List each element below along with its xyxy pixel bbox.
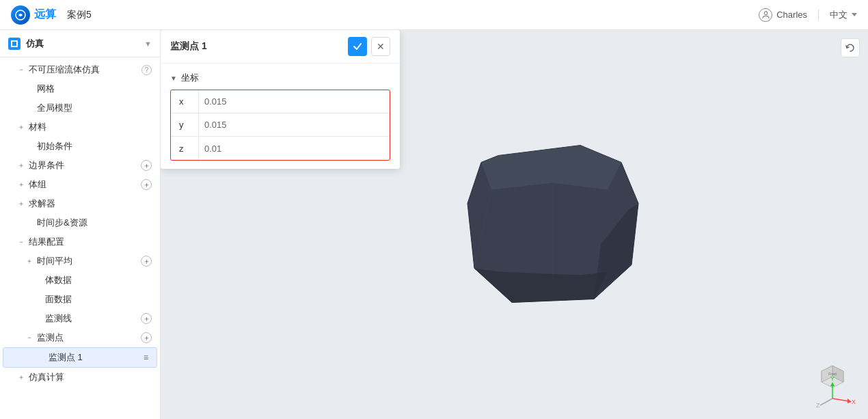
add-body-group-button[interactable]: ＋ bbox=[141, 179, 152, 190]
tree-item-incompressible[interactable]: － 不可压缩流体仿真 ? bbox=[0, 60, 160, 79]
coord-label-x: x bbox=[171, 96, 198, 107]
add-monitor-line-button[interactable]: ＋ bbox=[141, 313, 152, 324]
info-icon[interactable]: ? bbox=[141, 65, 152, 75]
expand-icon: ＋ bbox=[16, 373, 26, 382]
panel-title: 监测点 1 bbox=[170, 40, 207, 53]
monitor-panel: 监测点 1 ✕ ▼ 坐标 bbox=[161, 30, 400, 169]
expand-spacer bbox=[25, 218, 34, 228]
lang-selector[interactable]: 中文 bbox=[830, 9, 857, 21]
tree-item-global-model[interactable]: 全局模型 bbox=[0, 98, 160, 118]
logo[interactable]: 远算 bbox=[11, 5, 56, 25]
item-label: 监测点 1 bbox=[49, 351, 144, 364]
item-label: 材料 bbox=[29, 121, 152, 133]
item-label: 边界条件 bbox=[29, 159, 141, 172]
sidebar-title: 仿真 bbox=[26, 38, 44, 50]
coord-row-y: y 0.015 bbox=[171, 113, 390, 137]
item-label: 体组 bbox=[29, 178, 141, 191]
tree-item-result-config[interactable]: － 结果配置 bbox=[0, 232, 160, 252]
expand-icon: － bbox=[25, 333, 34, 342]
viewport-controls bbox=[841, 38, 860, 57]
user-section[interactable]: Charles bbox=[759, 8, 807, 22]
coordinates-table: x 0.015 y 0.015 z 0.01 bbox=[170, 90, 390, 161]
add-time-avg-button[interactable]: ＋ bbox=[141, 256, 152, 267]
tree-item-material[interactable]: ＋ 材料 bbox=[0, 118, 160, 137]
sim-icon-inner bbox=[11, 40, 18, 47]
panel-header: 监测点 1 ✕ bbox=[161, 30, 400, 64]
expand-spacer bbox=[33, 314, 42, 323]
axis-indicator: Front Y Z X bbox=[808, 359, 857, 408]
item-label: 仿真计算 bbox=[29, 371, 152, 383]
section-header: ▼ 坐标 bbox=[170, 72, 390, 84]
svg-line-15 bbox=[820, 398, 832, 405]
tree-item-timestep[interactable]: 时间步&资源 bbox=[0, 213, 160, 232]
tree-item-solver[interactable]: ＋ 求解器 bbox=[0, 194, 160, 213]
main-layout: 仿真 ▼ － 不可压缩流体仿真 ? 网格 全局模型 ＋ bbox=[0, 30, 868, 419]
item-label: 全局模型 bbox=[37, 102, 152, 114]
item-label: 体数据 bbox=[45, 274, 152, 286]
navigation-tree: － 不可压缩流体仿真 ? 网格 全局模型 ＋ 材料 初始条件 bbox=[0, 57, 160, 419]
expand-spacer bbox=[36, 353, 46, 362]
tree-item-mesh[interactable]: 网格 bbox=[0, 79, 160, 98]
expand-icon: ＋ bbox=[16, 180, 26, 189]
panel-actions: ✕ bbox=[348, 37, 390, 56]
tree-item-monitor-point-1[interactable]: 监测点 1 ≡ bbox=[3, 347, 157, 368]
item-label: 面数据 bbox=[45, 293, 152, 306]
user-icon bbox=[759, 8, 772, 22]
3d-viewport[interactable]: 监测点 1 ✕ ▼ 坐标 bbox=[161, 30, 868, 419]
coord-row-z: z 0.01 bbox=[171, 137, 390, 160]
tree-item-volume-data[interactable]: 体数据 bbox=[0, 271, 160, 290]
section-chevron-icon: ▼ bbox=[170, 75, 177, 82]
coord-value-x[interactable]: 0.015 bbox=[198, 90, 390, 113]
expand-icon: ＋ bbox=[25, 256, 34, 266]
expand-spacer bbox=[25, 103, 34, 113]
item-label: 时间平均 bbox=[37, 255, 141, 267]
item-label: 初始条件 bbox=[37, 140, 152, 152]
add-monitor-point-button[interactable]: ＋ bbox=[141, 332, 152, 343]
menu-icon[interactable]: ≡ bbox=[144, 353, 148, 362]
expand-icon: － bbox=[16, 65, 26, 75]
logo-text: 远算 bbox=[34, 8, 56, 22]
expand-icon: ＋ bbox=[16, 122, 26, 132]
tree-item-boundary[interactable]: ＋ 边界条件 ＋ bbox=[0, 156, 160, 175]
logo-icon bbox=[11, 5, 30, 25]
tree-item-monitor-line[interactable]: 监测线 ＋ bbox=[0, 309, 160, 328]
confirm-button[interactable] bbox=[348, 37, 367, 56]
panel-body: ▼ 坐标 x 0.015 y 0.015 z 0.01 bbox=[161, 64, 400, 169]
expand-icon: ＋ bbox=[16, 199, 26, 208]
add-boundary-button[interactable]: ＋ bbox=[141, 160, 152, 171]
svg-text:Z: Z bbox=[816, 402, 820, 408]
expand-spacer bbox=[25, 141, 34, 151]
sidebar: 仿真 ▼ － 不可压缩流体仿真 ? 网格 全局模型 ＋ bbox=[0, 30, 161, 419]
tree-item-monitor-point[interactable]: － 监测点 ＋ bbox=[0, 328, 160, 347]
close-icon: ✕ bbox=[377, 41, 385, 52]
coord-value-z[interactable]: 0.01 bbox=[198, 137, 390, 160]
item-label: 监测线 bbox=[45, 312, 141, 325]
sidebar-header: 仿真 ▼ bbox=[0, 30, 160, 57]
section-title: 坐标 bbox=[181, 72, 199, 84]
expand-spacer bbox=[25, 84, 34, 94]
reset-view-button[interactable] bbox=[841, 38, 860, 57]
tree-item-face-data[interactable]: 面数据 bbox=[0, 290, 160, 309]
tree-item-body-group[interactable]: ＋ 体组 ＋ bbox=[0, 175, 160, 194]
svg-line-17 bbox=[832, 398, 849, 401]
header-right: Charles 中文 bbox=[759, 8, 857, 22]
sidebar-header-left: 仿真 bbox=[8, 38, 44, 50]
coord-label-y: y bbox=[171, 120, 198, 130]
coord-value-y[interactable]: 0.015 bbox=[198, 113, 390, 136]
sidebar-collapse-icon[interactable]: ▼ bbox=[144, 40, 152, 48]
sim-icon bbox=[8, 38, 21, 50]
tree-item-sim-calc[interactable]: ＋ 仿真计算 bbox=[0, 368, 160, 387]
svg-text:X: X bbox=[852, 398, 856, 405]
close-button[interactable]: ✕ bbox=[371, 37, 390, 56]
case-title: 案例5 bbox=[67, 9, 92, 21]
tree-item-time-avg[interactable]: ＋ 时间平均 ＋ bbox=[0, 252, 160, 271]
expand-spacer bbox=[33, 295, 42, 304]
header-divider bbox=[818, 10, 819, 21]
header-left: 远算 案例5 bbox=[11, 5, 92, 25]
svg-marker-3 bbox=[481, 145, 621, 189]
lang-label: 中文 bbox=[830, 9, 847, 21]
tree-item-initial-cond[interactable]: 初始条件 bbox=[0, 137, 160, 156]
coord-label-z: z bbox=[171, 144, 198, 154]
expand-icon: ＋ bbox=[16, 161, 26, 170]
svg-point-1 bbox=[764, 12, 768, 15]
